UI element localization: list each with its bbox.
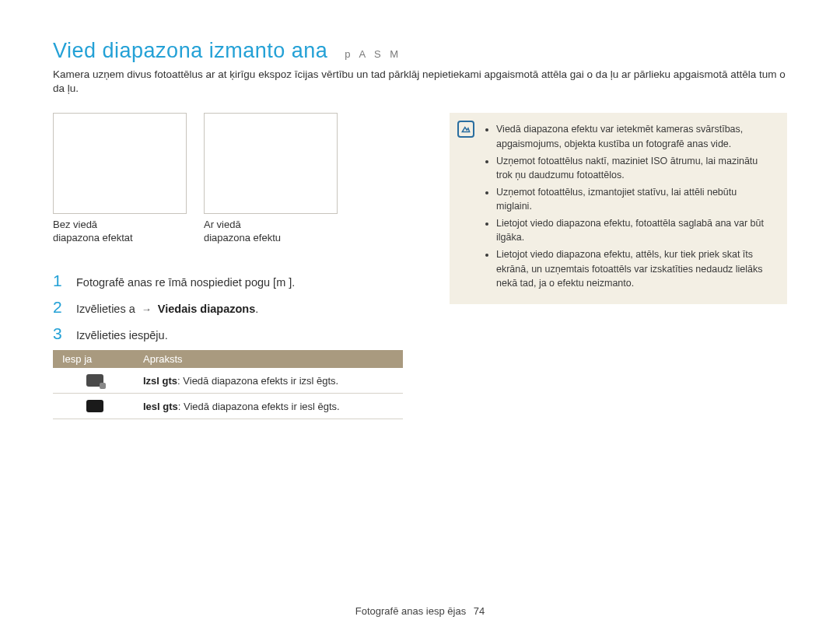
note-item: Viedā diapazona efektu var ietekmēt kame… xyxy=(496,122,775,150)
smart-range-off-icon xyxy=(86,374,103,387)
steps-list: 1 Fotografē anas re īmā nospiediet pogu … xyxy=(53,271,418,344)
caption-with: Ar viedā diapazona efektu xyxy=(204,219,339,245)
step-2-option: Viedais diapazons xyxy=(158,303,255,315)
option-desc-off: Izsl gts: Viedā diapazona efekts ir izsl… xyxy=(137,369,403,393)
note-item: Lietojot viedo diapazona efektu, fotoatt… xyxy=(496,216,775,244)
example-image-with xyxy=(204,113,338,214)
step-number: 3 xyxy=(53,324,67,343)
mode-indicator: p A S M xyxy=(345,48,401,60)
option-desc-on: Iesl gts: Viedā diapazona efekts ir iesl… xyxy=(137,394,403,419)
example-images: Bez viedā diapazona efektat Ar viedā dia… xyxy=(53,113,418,245)
step-1-text: Fotografē anas re īmā nospiediet pogu [m… xyxy=(76,275,295,292)
step-number: 2 xyxy=(53,298,67,317)
example-image-without xyxy=(53,113,187,214)
options-head-option: Iesp ja xyxy=(53,350,137,368)
page-footer: Fotografē anas iesp ējas 74 xyxy=(0,605,840,617)
note-item: Uzņemot fotoattēlus, izmantojiet statīvu… xyxy=(496,185,775,213)
table-row: Izsl gts: Viedā diapazona efekts ir izsl… xyxy=(53,368,403,394)
note-item: Uzņemot fotoattēlus naktī, maziniet ISO … xyxy=(496,154,775,182)
footer-section: Fotografē anas iesp ējas xyxy=(355,605,466,617)
page-number: 74 xyxy=(469,605,485,617)
step-number: 1 xyxy=(53,271,67,290)
options-table: Iesp ja Apraksts Izsl gts: Viedā diapazo… xyxy=(53,350,403,419)
table-row: Iesl gts: Viedā diapazona efekts ir iesl… xyxy=(53,394,403,419)
title-row: Vied diapazona izmanto ana p A S M xyxy=(53,39,787,63)
step-2-text: Izvēlieties a → Viedais diapazons. xyxy=(76,301,258,318)
caption-without: Bez viedā diapazona efektat xyxy=(53,219,188,245)
page-subtitle: Kamera uzņem divus fotoattēlus ar at ķir… xyxy=(53,68,787,96)
smart-range-on-icon xyxy=(86,400,103,412)
note-box: Viedā diapazona efektu var ietekmēt kame… xyxy=(450,113,787,303)
page-title: Vied diapazona izmanto ana xyxy=(53,39,327,63)
options-head-desc: Apraksts xyxy=(137,350,403,368)
options-table-head: Iesp ja Apraksts xyxy=(53,350,403,368)
note-item: Lietojot viedo diapazona efektu, attēls,… xyxy=(496,247,775,289)
info-icon xyxy=(457,121,474,138)
step-2-suffix: . xyxy=(255,303,258,315)
step-2-prefix: Izvēlieties a xyxy=(76,303,135,315)
arrow-icon: → xyxy=(138,303,155,315)
step-3-text: Izvēlieties iespēju. xyxy=(76,328,168,345)
